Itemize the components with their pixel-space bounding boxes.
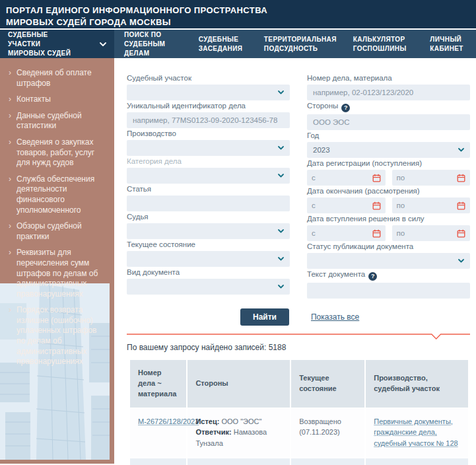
status-cell: Возвращено (07.11.2023) xyxy=(290,408,365,458)
nav-item-case-search[interactable]: Поиск по судебным делам xyxy=(124,30,179,58)
sidebar-item-statistics[interactable]: › Данные судебной статистики xyxy=(9,111,106,131)
search-button[interactable]: Найти xyxy=(240,308,289,326)
chevron-down-icon xyxy=(278,285,284,289)
year-select[interactable]: 2023 xyxy=(307,142,470,158)
publication-status-select[interactable] xyxy=(307,253,470,269)
page-header: Портал единого информационного пространс… xyxy=(0,0,476,30)
effective-date-to-input[interactable]: по xyxy=(392,225,471,241)
field-label: Текущее состояние xyxy=(127,240,290,249)
sidebar-item-label: Реквизиты для перечисления сумм штрафов … xyxy=(17,248,106,299)
sidebar-item-contacts[interactable]: › Контакты xyxy=(9,94,106,105)
court-district-select[interactable] xyxy=(127,85,290,100)
effective-date-range: с по xyxy=(307,225,470,241)
sidebar-item-fine-requisites[interactable]: › Реквизиты для перечисления сумм штрафо… xyxy=(9,248,106,299)
input-placeholder: по xyxy=(397,174,405,182)
portal-title: Портал единого информационного пространс… xyxy=(6,5,349,28)
production-link[interactable]: Первичные документы, гражданские дела, с… xyxy=(374,417,458,447)
sidebar-item-ombudsman-service[interactable]: › Служба обеспечения деятельности финанс… xyxy=(9,174,106,215)
end-date-to-input[interactable]: по xyxy=(392,197,471,213)
sidebar: › Сведения об оплате штрафов › Контакты … xyxy=(0,58,114,464)
calendar-icon[interactable] xyxy=(372,174,381,182)
judge-select[interactable] xyxy=(127,223,290,239)
chevron-right-icon: › xyxy=(9,137,11,168)
calendar-icon[interactable] xyxy=(457,174,465,182)
document-type-select[interactable] xyxy=(127,279,290,295)
field-current-state: Текущее состояние xyxy=(127,240,290,267)
parties-input[interactable]: ООО ЭОС xyxy=(307,114,470,130)
field-case-uid: Уникальный идентификатор дела например, … xyxy=(127,102,290,128)
article-input[interactable] xyxy=(127,196,290,211)
effective-date-from-input[interactable]: с xyxy=(307,225,386,241)
registration-date-range: с по xyxy=(307,170,470,186)
results-count: По вашему запросу найдено записей: 5188 xyxy=(127,343,470,352)
sidebar-item-fines-payment[interactable]: › Сведения об оплате штрафов xyxy=(9,68,106,89)
chevron-down-icon xyxy=(278,174,284,178)
case-number-link[interactable]: М-26726/128/2023 xyxy=(138,417,199,425)
sidebar-item-label: Сведения об оплате штрафов xyxy=(17,68,106,89)
field-label: Судебный участок xyxy=(127,74,290,83)
chevron-down-icon xyxy=(458,148,464,152)
reg-date-from-input[interactable]: с xyxy=(307,170,386,186)
nav-item-fee-calculator[interactable]: Калькулятор госпошлины xyxy=(353,35,411,54)
nav-item-personal-account[interactable]: Личный кабинет xyxy=(430,35,468,54)
calendar-icon[interactable] xyxy=(457,229,465,238)
current-state-select[interactable] xyxy=(127,251,290,267)
sidebar-item-label: Сведения о закупках товаров, работ, услу… xyxy=(17,137,106,168)
case-number-input[interactable]: например, 02-0123/123/2020 xyxy=(307,85,470,100)
chevron-right-icon: › xyxy=(9,68,11,89)
calendar-icon[interactable] xyxy=(372,201,381,210)
field-case-number: Номер дела, материала например, 02-0123/… xyxy=(307,74,470,100)
field-judge: Судья xyxy=(127,213,290,239)
case-category-select[interactable] xyxy=(127,168,290,184)
nav-item-label: Поиск по судебным делам xyxy=(124,30,179,58)
field-label: Статья xyxy=(127,185,290,194)
reg-date-to-input[interactable]: по xyxy=(392,170,471,186)
chevron-notch-icon xyxy=(127,334,470,340)
input-placeholder: с xyxy=(312,201,316,209)
input-value: ООО ЭОС xyxy=(313,118,350,126)
input-placeholder: например, 77MS0123-09-2020-123456-78 xyxy=(133,116,277,124)
search-form: Судебный участок Уникальный идентификато… xyxy=(127,74,470,300)
input-placeholder: с xyxy=(312,229,316,237)
help-icon[interactable]: ? xyxy=(341,104,350,112)
calendar-icon[interactable] xyxy=(372,229,381,238)
sidebar-item-procurement[interactable]: › Сведения о закупках товаров, работ, ус… xyxy=(9,137,106,168)
calendar-icon[interactable] xyxy=(457,201,465,210)
field-end-date: Дата окончания (рассмотрения) с по xyxy=(307,187,470,213)
form-actions: Найти Показать все xyxy=(127,308,470,326)
help-icon[interactable]: ? xyxy=(368,272,377,281)
results-divider xyxy=(127,334,470,340)
sidebar-menu: › Сведения об оплате штрафов › Контакты … xyxy=(0,58,114,386)
nav-item-label: Личный кабинет xyxy=(430,35,468,54)
column-header-case-number[interactable]: Номер дела ~ материала xyxy=(129,359,187,408)
field-label: Производство xyxy=(127,129,290,138)
table-row: М-26726/128/2023 Истец: ООО "ЭОС" Ответч… xyxy=(129,408,469,458)
chevron-right-icon: › xyxy=(9,248,11,299)
show-all-link[interactable]: Показать все xyxy=(311,312,359,322)
field-label: Дата окончания (рассмотрения) xyxy=(307,187,470,196)
form-column-right: Номер дела, материала например, 02-0123/… xyxy=(307,74,470,300)
nav-item-territorial-jurisdiction[interactable]: Территориальная подсудность xyxy=(264,35,333,54)
chevron-down-icon xyxy=(100,42,106,46)
portal-title-line1: Портал единого информационного пространс… xyxy=(6,5,349,17)
sidebar-item-fine-refunds[interactable]: › Порядок возврата излишне (ошибочно) уп… xyxy=(9,305,106,367)
nav-item-court-districts[interactable]: Судебные участки мировых судей xyxy=(0,30,114,58)
parties-cell: Истец: ООО "ЭОС" Ответчик: Рыбин Павел В… xyxy=(187,458,290,465)
proceedings-select[interactable] xyxy=(127,140,290,156)
input-placeholder: с xyxy=(312,174,316,182)
column-header-parties: Стороны xyxy=(187,359,290,408)
nav-item-hearings[interactable]: Судебные заседания xyxy=(199,35,244,54)
nav-item-label: Калькулятор госпошлины xyxy=(353,35,411,54)
sidebar-item-label: Служба обеспечения деятельности финансов… xyxy=(17,174,106,215)
end-date-from-input[interactable]: с xyxy=(307,197,386,213)
sidebar-item-label: Порядок возврата излишне (ошибочно) упла… xyxy=(17,305,106,367)
case-uid-input[interactable]: например, 77MS0123-09-2020-123456-78 xyxy=(127,112,290,128)
field-label: Вид документа xyxy=(127,268,290,277)
sidebar-item-practice-reviews[interactable]: › Обзоры судебной практики xyxy=(9,221,106,242)
document-text-input[interactable] xyxy=(307,283,470,299)
field-article: Статья xyxy=(127,185,290,211)
chevron-right-icon: › xyxy=(9,305,11,367)
nav-item-label: Территориальная подсудность xyxy=(264,35,333,54)
sidebar-item-label: Обзоры судебной практики xyxy=(17,221,106,242)
field-label: Дата регистрации (поступления) xyxy=(307,159,470,168)
